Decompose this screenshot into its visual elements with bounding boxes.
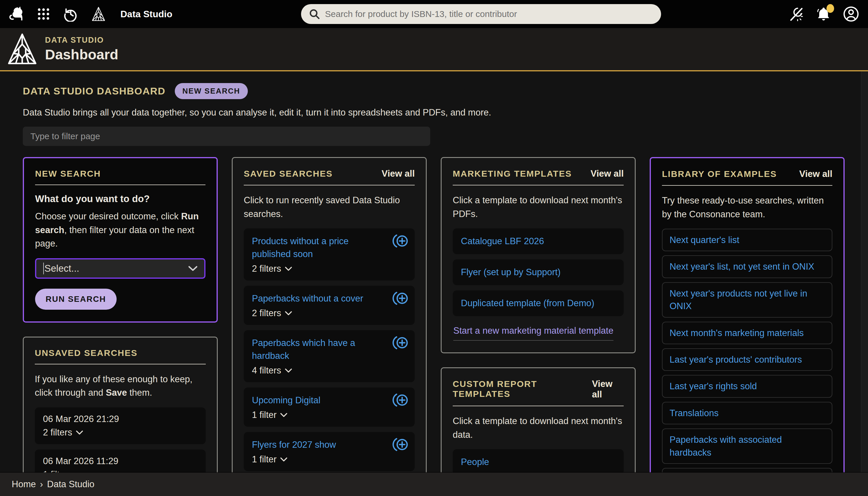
example-search-link[interactable]: Next quarter's list [670, 234, 825, 246]
app-header: DATA STUDIO Dashboard [0, 28, 868, 71]
marketing-templates-title: MARKETING TEMPLATES [453, 169, 572, 179]
example-search-link[interactable]: Last year's products' contributors [670, 353, 825, 366]
marketing-templates-card: MARKETING TEMPLATES View all Click a tem… [441, 157, 636, 353]
example-search-item[interactable]: Translations [662, 402, 832, 424]
chevron-down-icon [285, 311, 292, 315]
saved-search-item[interactable]: Products without a price published soon … [244, 228, 415, 280]
example-search-link[interactable]: Next year's products not yet live in ONI… [670, 287, 825, 313]
new-search-instructions: Choose your desired outcome, click Run s… [35, 210, 206, 251]
example-search-link[interactable]: Last year's rights sold [670, 380, 825, 392]
chevron-down-icon [285, 266, 292, 271]
template-item[interactable]: Flyer (set up by Support) [453, 259, 624, 285]
example-search-item[interactable]: Last year's products' contributors [662, 348, 832, 371]
start-marketing-template-link[interactable]: Start a new marketing material template [453, 326, 613, 341]
saved-search-link[interactable]: Upcoming Digital [252, 394, 406, 407]
example-search-link[interactable]: Paperbacks with associated hardbacks [670, 433, 825, 459]
template-item[interactable]: Duplicated template (from Demo) [453, 290, 624, 316]
run-and-add-icon[interactable] [392, 291, 409, 306]
saved-search-link[interactable]: Paperbacks without a cover [252, 292, 406, 305]
outcome-select[interactable]: Select... [35, 258, 206, 279]
header-logo-icon [7, 32, 37, 66]
filters-toggle[interactable]: 2 filters [252, 308, 406, 319]
run-and-add-icon[interactable] [392, 437, 409, 452]
example-search-item[interactable]: Next month's marketing materials [662, 322, 832, 344]
chevron-down-icon [280, 457, 288, 462]
example-search-item[interactable]: Next quarter's list [662, 229, 832, 251]
run-and-add-icon[interactable] [392, 393, 409, 407]
template-item[interactable]: People [453, 449, 624, 475]
saved-search-link[interactable]: Paperbacks which have a hardback [252, 337, 406, 362]
chevron-down-icon [188, 265, 198, 272]
filters-toggle[interactable]: 1 filter [252, 454, 406, 465]
custom-report-templates-title: CUSTOM REPORT TEMPLATES [453, 379, 592, 399]
template-link[interactable]: Duplicated template (from Demo) [461, 297, 615, 310]
unsaved-search-date[interactable]: 06 Mar 2026 21:29 [43, 414, 119, 424]
unsaved-searches-title: UNSAVED SEARCHES [35, 348, 138, 358]
filters-toggle[interactable]: 4 filters [252, 365, 406, 376]
saved-search-item[interactable]: Flyers for 2027 show 1 filter [244, 432, 415, 471]
template-item[interactable]: Catalogue LBF 2026 [453, 228, 624, 254]
saved-search-link[interactable]: Products without a price published soon [252, 235, 406, 261]
saved-searches-title: SAVED SEARCHES [244, 169, 333, 179]
saved-search-item[interactable]: Upcoming Digital 1 filter [244, 388, 415, 427]
topbar: Data Studio [0, 0, 868, 28]
new-search-card: NEW SEARCH What do you want to do? Choos… [23, 157, 218, 323]
example-search-item[interactable]: Next year's products not yet live in ONI… [662, 282, 832, 317]
account-icon[interactable] [843, 6, 859, 22]
saved-search-item[interactable]: Paperbacks which have a hardback 4 filte… [244, 330, 415, 382]
run-and-add-icon[interactable] [392, 336, 409, 350]
chevron-down-icon [76, 430, 83, 435]
marketing-templates-view-all[interactable]: View all [591, 168, 624, 179]
example-search-link[interactable]: Next year's list, not yet sent in ONIX [670, 260, 825, 273]
theme-toggle-icon[interactable] [788, 6, 804, 22]
filters-toggle[interactable]: 1 filter [252, 410, 406, 420]
saved-searches-card: SAVED SEARCHES View all Click to run rec… [232, 157, 427, 489]
breadcrumb-home-link[interactable]: Home [12, 479, 36, 490]
template-link[interactable]: Catalogue LBF 2026 [461, 235, 615, 248]
example-search-item[interactable]: Paperbacks with associated hardbacks [662, 429, 832, 464]
template-link[interactable]: Flyer (set up by Support) [461, 266, 615, 279]
new-search-question: What do you want to do? [35, 193, 206, 204]
dashboard-intro: Data Studio brings all your data togethe… [23, 107, 845, 118]
unsaved-search-item[interactable]: 06 Mar 2026 21:29 2 filters [35, 407, 206, 444]
example-search-link[interactable]: Next month's marketing materials [670, 327, 825, 339]
product-search-input[interactable] [325, 9, 654, 19]
run-and-add-icon[interactable] [392, 234, 409, 248]
example-search-item[interactable]: Next year's list, not yet sent in ONIX [662, 255, 832, 278]
filters-toggle[interactable]: 2 filters [43, 427, 197, 438]
run-search-button[interactable]: RUN SEARCH [35, 289, 117, 310]
custom-report-templates-intro: Click a template to download next month'… [453, 414, 624, 441]
search-icon [309, 8, 320, 20]
main-content: DATA STUDIO DASHBOARD NEW SEARCH Data St… [0, 71, 868, 496]
new-search-card-title: NEW SEARCH [35, 169, 101, 179]
chevron-down-icon [280, 413, 288, 417]
text-cursor [43, 263, 44, 274]
dashboard-title: DATA STUDIO DASHBOARD [23, 86, 165, 97]
breadcrumb: Home › Data Studio [0, 472, 868, 496]
saved-search-link[interactable]: Flyers for 2027 show [252, 438, 406, 451]
library-of-examples-card: LIBRARY OF EXAMPLES View all Try these r… [650, 157, 845, 496]
apps-grid-icon[interactable] [37, 7, 50, 21]
page-filter-input[interactable] [23, 127, 430, 146]
cat-icon[interactable] [9, 6, 24, 22]
library-intro: Try these ready-to-use searches, written… [662, 194, 832, 221]
history-icon[interactable] [63, 6, 78, 22]
product-search[interactable] [301, 4, 661, 24]
breadcrumb-separator: › [40, 479, 43, 490]
library-of-examples-title: LIBRARY OF EXAMPLES [662, 169, 777, 179]
filters-toggle[interactable]: 2 filters [252, 264, 406, 274]
app-title: Data Studio [120, 9, 173, 20]
scrollbar-gutter[interactable] [861, 0, 868, 496]
page-title: Dashboard [45, 46, 118, 63]
new-search-badge[interactable]: NEW SEARCH [175, 83, 248, 99]
library-view-all[interactable]: View all [799, 169, 832, 179]
example-search-item[interactable]: Last year's rights sold [662, 375, 832, 398]
saved-searches-view-all[interactable]: View all [382, 168, 415, 179]
unsaved-search-date[interactable]: 06 Mar 2026 11:29 [43, 456, 118, 466]
template-link[interactable]: People [461, 456, 615, 468]
custom-report-templates-view-all[interactable]: View all [592, 379, 624, 400]
example-search-link[interactable]: Translations [670, 407, 825, 419]
outcome-select-value: Select... [45, 263, 79, 274]
saved-search-item[interactable]: Paperbacks without a cover 2 filters [244, 286, 415, 325]
brand-logo-icon [91, 7, 106, 21]
